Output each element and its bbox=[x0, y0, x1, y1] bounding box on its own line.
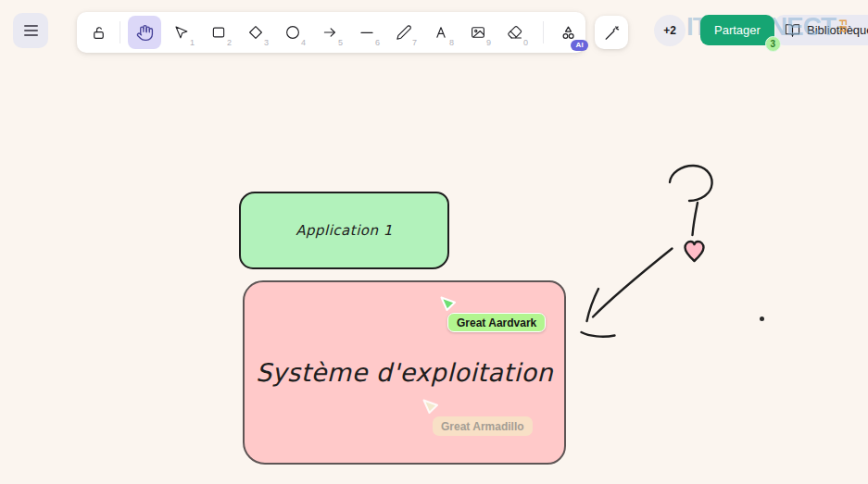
eraser-tool-button[interactable]: 0 bbox=[498, 16, 532, 49]
image-tool-button[interactable]: 9 bbox=[461, 16, 495, 49]
draw-tool-button[interactable]: 7 bbox=[387, 16, 421, 49]
shape-application-1[interactable]: Application 1 bbox=[239, 192, 449, 269]
diamond-tool-button[interactable]: 3 bbox=[239, 16, 272, 49]
pen-dot[interactable] bbox=[760, 316, 764, 321]
ai-badge: AI bbox=[571, 40, 588, 51]
hand-tool-button[interactable] bbox=[128, 16, 161, 49]
shape-systeme-exploitation-label: Système d'exploitation bbox=[256, 358, 553, 387]
tool-toolbar: 1 2 3 4 5 bbox=[77, 12, 585, 53]
question-mark-doodle[interactable] bbox=[670, 166, 712, 235]
extra-shapes-icon bbox=[560, 24, 577, 42]
share-button[interactable]: Partager 3 bbox=[700, 15, 774, 45]
unlock-icon bbox=[90, 24, 107, 42]
diamond-icon bbox=[247, 24, 264, 41]
heart-dot[interactable] bbox=[686, 242, 704, 261]
excalidraw-app: Application 1 Système d'exploitation Gre… bbox=[0, 0, 868, 484]
arrow-icon bbox=[321, 24, 338, 41]
share-count-badge: 3 bbox=[765, 36, 781, 52]
laser-pointer-button[interactable] bbox=[595, 16, 628, 49]
toolbar-divider bbox=[120, 21, 120, 43]
lock-tool-button[interactable] bbox=[84, 16, 112, 49]
rectangle-icon bbox=[210, 24, 227, 41]
arrow-tool-button[interactable]: 5 bbox=[313, 16, 346, 49]
line-icon bbox=[359, 24, 375, 41]
image-icon bbox=[470, 24, 486, 41]
hand-icon bbox=[136, 24, 154, 42]
eraser-icon bbox=[507, 24, 523, 41]
share-button-label: Partager bbox=[714, 23, 761, 37]
ellipse-tool-button[interactable]: 4 bbox=[276, 16, 309, 49]
shape-systeme-exploitation[interactable]: Système d'exploitation bbox=[243, 280, 566, 465]
library-button-label: Bibliothèque bbox=[807, 23, 868, 37]
selection-tool-button[interactable]: 1 bbox=[165, 16, 198, 49]
hamburger-icon bbox=[24, 25, 38, 36]
toolbar-divider bbox=[543, 21, 544, 43]
pencil-icon bbox=[396, 24, 412, 41]
mouse-pointer-icon bbox=[173, 24, 190, 41]
main-menu-button[interactable] bbox=[13, 13, 48, 48]
library-button[interactable]: Bibliothèque bbox=[775, 15, 868, 45]
ellipse-icon bbox=[284, 24, 301, 41]
book-icon bbox=[785, 22, 800, 38]
laser-wand-icon bbox=[603, 24, 621, 42]
more-shapes-button[interactable]: AI bbox=[551, 16, 585, 49]
shape-application-1-label: Application 1 bbox=[296, 222, 393, 239]
text-icon bbox=[433, 24, 449, 41]
rectangle-tool-button[interactable]: 2 bbox=[202, 16, 235, 49]
line-tool-button[interactable]: 6 bbox=[350, 16, 384, 49]
arrow-doodle[interactable] bbox=[582, 249, 673, 337]
collaborators-count-button[interactable]: +2 bbox=[654, 15, 686, 46]
text-tool-button[interactable]: 8 bbox=[424, 16, 458, 49]
